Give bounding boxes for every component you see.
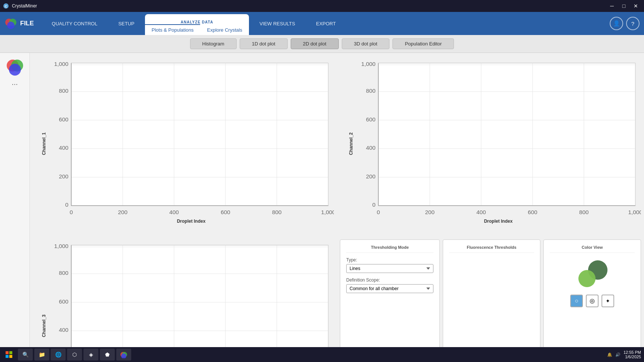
control-panels: Thresholding Mode Type: Lines Cluster Ma… [337,235,644,362]
taskbar-volume[interactable]: 🔊 [615,352,621,357]
app2-icon: ◈ [89,352,93,358]
svg-text:200: 200 [59,173,69,180]
close-button[interactable]: ✕ [631,2,641,10]
nav-export[interactable]: EXPORT [306,12,346,35]
chart-3-y-label: Channel_3 [41,315,47,337]
svg-rect-88 [9,351,12,354]
svg-text:0: 0 [372,201,376,208]
nav-explore-crystals[interactable]: Explore Crystals [200,24,249,36]
taskbar-browser[interactable]: 🌐 [51,349,66,361]
rings-view-button[interactable]: ◎ [586,295,599,307]
svg-rect-35 [378,63,635,206]
light-green-blob [578,270,596,287]
type-form-group: Type: Lines Cluster Manual [346,257,433,273]
nav-bar: FILE QUALITY CONTROL SETUP ANALYZE DATA … [0,12,644,35]
nav-plots-populations[interactable]: Plots & Populations [145,24,201,36]
main-content: ··· Channel_1 0 200 400 [0,53,644,362]
taskbar-app1[interactable]: ⬡ [67,349,82,361]
svg-text:1,000: 1,000 [54,61,68,67]
svg-text:400: 400 [476,209,486,215]
color-logo [5,57,25,77]
help-icon-button[interactable]: ? [626,17,640,30]
side-panel: ··· [0,53,30,362]
title-bar-left: C CrystalMiner [3,3,37,9]
chart-2-container: Channel_2 0 200 400 600 800 1,000 [337,53,644,235]
svg-text:800: 800 [59,88,69,94]
svg-rect-89 [6,355,9,358]
svg-text:600: 600 [528,209,537,215]
svg-rect-61 [71,245,328,362]
svg-text:600: 600 [59,116,69,123]
minimize-button[interactable]: ─ [607,2,617,10]
svg-text:1,000: 1,000 [321,209,334,215]
chart-3-container: Channel_3 0 200 400 600 800 1,000 [30,235,337,362]
chart-1-svg: 0 200 400 600 800 1,000 0 [48,57,334,217]
color-view-title: Color View [550,245,635,253]
logo-icon [4,17,17,30]
taskbar-file-explorer[interactable]: 📁 [34,349,49,361]
app-logo[interactable]: FILE [4,17,34,30]
fluorescence-panel: Fluorescence Thresholds [443,239,540,362]
svg-text:600: 600 [221,209,230,215]
taskbar-right: 🔔 🔊 12:55 PM 1/6/2025 [607,350,641,359]
nav-quality-control[interactable]: QUALITY CONTROL [41,12,108,35]
svg-text:200: 200 [366,173,376,180]
nav-view-results[interactable]: VIEW RESULTS [249,12,306,35]
chart-1-container: Channel_1 0 200 400 600 800 [30,53,337,235]
tab-histogram[interactable]: Histogram [190,38,237,49]
taskbar-search[interactable]: 🔍 [18,349,33,361]
chart-3-svg: 0 200 400 600 800 1,000 0 200 [48,239,334,362]
folder-icon: 📁 [39,352,45,358]
tab-2d-dot-plot[interactable]: 2D dot plot [291,38,339,49]
user-icon-button[interactable]: 👤 [610,17,623,30]
svg-text:800: 800 [366,88,376,94]
taskbar-app2[interactable]: ◈ [83,349,98,361]
svg-text:600: 600 [59,298,69,305]
top-charts-row: Channel_1 0 200 400 600 800 [30,53,644,235]
taskbar-app3[interactable]: ⬟ [100,349,115,361]
chart-2-svg: 0 200 400 600 800 1,000 0 200 [356,57,641,217]
circle-view-button[interactable]: ○ [570,295,583,307]
svg-point-8 [9,64,21,76]
thresholding-title: Thresholding Mode [346,245,433,253]
taskbar-items: 🔍 📁 🌐 ⬡ ◈ ⬟ [15,349,607,361]
tab-1d-dot-plot[interactable]: 1D dot plot [240,38,288,49]
taskbar-time-display: 12:55 PM [624,350,641,355]
svg-text:400: 400 [59,327,69,333]
svg-text:800: 800 [59,270,69,276]
segments-view-button[interactable]: ✦ [602,295,614,307]
chart-1-x-label: Droplet Index [48,219,334,224]
taskbar-crystal-miner[interactable] [116,349,131,361]
taskbar-notifications[interactable]: 🔔 [607,352,612,357]
svg-text:400: 400 [366,145,376,151]
svg-text:400: 400 [59,145,69,151]
svg-point-5 [7,22,15,29]
nav-analyze-group: ANALYZE DATA Plots & Populations Explore… [145,14,249,36]
chart-1-y-label: Channel_1 [41,133,47,155]
crystalminer-taskbar-icon [120,351,127,358]
charts-controls-area: Channel_1 0 200 400 600 800 [30,53,644,362]
nav-setup[interactable]: SETUP [108,12,145,35]
app-icon: C [3,3,9,9]
type-label: Type: [346,257,433,263]
definition-form-group: Definition Scope: Common for all chamber… [346,277,433,293]
maximize-button[interactable]: □ [619,2,629,10]
tab-population-editor[interactable]: Population Editor [392,38,454,49]
start-button[interactable] [3,349,15,361]
app3-icon: ⬟ [105,352,110,358]
chart-2-y-label: Channel_2 [348,133,354,155]
type-select[interactable]: Lines Cluster Manual [346,264,433,273]
tab-3d-dot-plot[interactable]: 3D dot plot [342,38,390,49]
svg-rect-90 [9,355,12,358]
taskbar-date-display: 1/6/2025 [624,355,641,359]
fluorescence-title: Fluorescence Thresholds [449,245,534,253]
taskbar: 🔍 📁 🌐 ⬡ ◈ ⬟ [0,347,644,362]
svg-text:600: 600 [366,116,376,123]
definition-select[interactable]: Common for all chamber Per chamber [346,284,433,293]
chart-2-x-label: Droplet Index [356,219,641,224]
analyze-sub-row: Plots & Populations Explore Crystals [145,24,249,36]
more-options-button[interactable]: ··· [12,80,18,88]
app-name: FILE [20,20,34,27]
title-bar: C CrystalMiner ─ □ ✕ [0,0,644,12]
color-view-buttons: ○ ◎ ✦ [570,295,614,307]
